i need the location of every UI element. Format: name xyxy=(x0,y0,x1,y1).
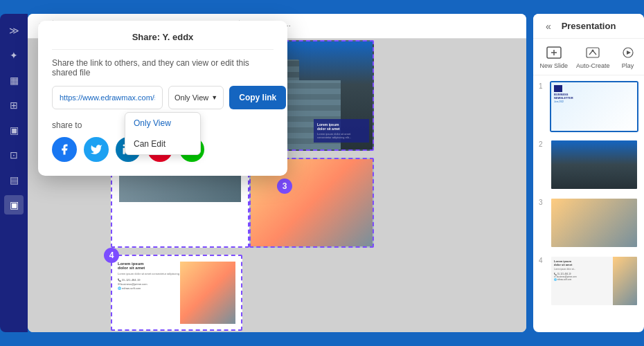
slides-list: 1 BUSINESSNEWSLETTER June,2022 2 3 xyxy=(533,75,644,319)
thumb-2-img[interactable] xyxy=(550,139,638,190)
sidebar-presentation-icon[interactable]: ▣ xyxy=(4,195,24,215)
modal-description: Share the link to others, and they can v… xyxy=(52,58,274,78)
thumb-3-img[interactable] xyxy=(550,197,638,248)
thumb4-image xyxy=(613,257,637,305)
permission-dropdown[interactable]: Only View ▼ xyxy=(168,86,224,109)
play-icon xyxy=(618,44,638,61)
slide-badge-3: 3 xyxy=(277,179,292,194)
option-only-view[interactable]: Only View xyxy=(125,113,200,134)
option-can-edit[interactable]: Can Edit xyxy=(125,134,200,154)
copy-link-button[interactable]: Copy link xyxy=(229,86,286,109)
thumb1-logo xyxy=(554,85,562,92)
sidebar-grid-icon[interactable]: ▦ xyxy=(4,71,24,90)
slide2-text-box: Lorem ipsumdolor sit amet Lorem ipsum do… xyxy=(314,119,369,143)
panel-tools: New Slide Auto-Create Play xyxy=(533,39,644,75)
modal-link-row: Only View ▼ Copy link Only View Can Edit xyxy=(52,86,274,109)
dropdown-arrow: ▼ xyxy=(211,94,217,101)
slide-thumb-4[interactable]: 4 Lorem ipsumdolor sit amet Lorem ipsum … xyxy=(539,255,638,307)
facebook-share-button[interactable] xyxy=(52,137,77,162)
play-tool[interactable]: Play xyxy=(618,44,638,69)
new-slide-icon xyxy=(544,44,564,61)
slide2-lorem: Lorem ipsumdolor sit amet xyxy=(317,122,366,131)
slide-thumb-3[interactable]: 3 xyxy=(539,197,638,248)
sidebar-chart-icon[interactable]: ▤ xyxy=(4,170,24,190)
new-slide-tool[interactable]: New Slide xyxy=(539,44,568,69)
sidebar-shapes-icon[interactable]: ✦ xyxy=(4,46,24,65)
sidebar-table-icon[interactable]: ⊞ xyxy=(4,95,24,115)
thumb1-title: BUSINESSNEWSLETTER xyxy=(554,93,634,100)
panel-expand-icon[interactable]: « xyxy=(542,19,555,33)
slide4-image xyxy=(180,262,235,324)
permission-dropdown-menu: Only View Can Edit xyxy=(125,112,201,155)
left-sidebar: ≫ ✦ ▦ ⊞ ▣ ⊡ ▤ ▣ xyxy=(0,14,28,332)
thumb1-date: June,2022 xyxy=(554,100,634,103)
panel-title: Presentation xyxy=(562,21,616,31)
thumb-1-img[interactable]: BUSINESSNEWSLETTER June,2022 xyxy=(550,81,638,132)
twitter-share-button[interactable] xyxy=(84,137,109,162)
slide-badge-4: 4 xyxy=(104,248,119,263)
new-slide-label: New Slide xyxy=(539,62,568,69)
permission-label: Only View xyxy=(175,93,208,102)
thumb-3-num: 3 xyxy=(539,197,546,206)
sidebar-expand-icon[interactable]: ≫ xyxy=(4,21,24,40)
share-modal: Share: Y. eddx Share the link to others,… xyxy=(38,21,287,176)
slide-4[interactable]: Lorem ipsumdolor sit amet Lorem ipsum do… xyxy=(111,255,242,331)
thumb-1-num: 1 xyxy=(539,81,546,90)
slide2-body: Lorem ipsum dolor sit amet consectetur a… xyxy=(317,132,366,139)
modal-url-input[interactable] xyxy=(52,86,163,109)
modal-title: Share: Y. eddx xyxy=(52,32,274,50)
auto-create-tool[interactable]: Auto-Create xyxy=(576,44,610,69)
right-panel: « Presentation New Slide Au xyxy=(533,14,644,332)
auto-create-icon xyxy=(583,44,602,61)
slide-thumb-1[interactable]: 1 BUSINESSNEWSLETTER June,2022 xyxy=(539,81,638,132)
thumb4-body: Lorem ipsum dolor sit... xyxy=(554,268,610,271)
auto-create-label: Auto-Create xyxy=(576,62,610,69)
thumb-4-img[interactable]: Lorem ipsumdolor sit amet Lorem ipsum do… xyxy=(550,255,638,307)
slide-thumb-2[interactable]: 2 xyxy=(539,139,638,190)
svg-rect-3 xyxy=(587,48,599,57)
sidebar-media-icon[interactable]: ⊡ xyxy=(4,145,24,165)
thumb-4-num: 4 xyxy=(539,255,546,264)
play-label: Play xyxy=(622,62,634,69)
thumb4-lorem: Lorem ipsumdolor sit amet xyxy=(554,260,610,266)
thumb-2-num: 2 xyxy=(539,139,546,148)
sidebar-image-icon[interactable]: ▣ xyxy=(4,120,24,140)
svg-point-4 xyxy=(592,50,594,52)
panel-header: « Presentation xyxy=(533,14,644,39)
svg-marker-6 xyxy=(627,51,631,55)
thumb4-text: Lorem ipsumdolor sit amet Lorem ipsum do… xyxy=(551,257,613,305)
